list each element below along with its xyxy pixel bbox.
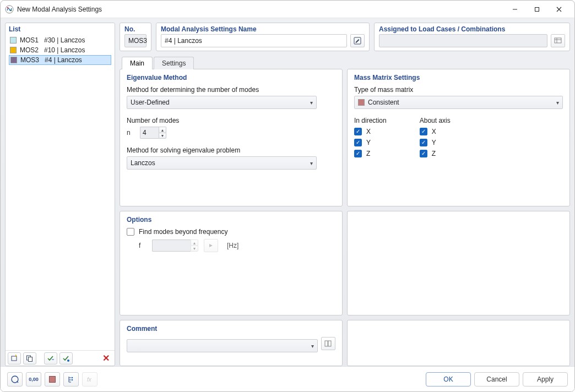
units-button[interactable]: 0,00 [26, 372, 41, 386]
num-modes-label: Number of modes [127, 117, 335, 124]
list-item-desc: #4 | Lanczos [45, 56, 82, 64]
function-button: fx [82, 372, 97, 386]
axis-x-checkbox[interactable] [420, 128, 427, 135]
svg-rect-10 [325, 341, 328, 346]
dir-y-checkbox[interactable] [354, 139, 362, 146]
num-modes-symbol: n [127, 129, 134, 137]
empty-section-2 [347, 320, 570, 366]
color-swatch [10, 37, 17, 43]
comment-title: Comment [127, 325, 335, 333]
list-item[interactable]: MOS3 #4 | Lanczos [9, 55, 111, 65]
minimize-button[interactable] [504, 2, 526, 17]
freq-symbol: f [139, 242, 147, 249]
axis-y-label: Y [432, 139, 436, 146]
list-item[interactable]: MOS2 #10 | Lanczos [9, 45, 111, 55]
dir-z-checkbox[interactable] [354, 150, 362, 157]
tabstrip: Main Settings [120, 55, 570, 69]
mass-title: Mass Matrix Settings [354, 74, 563, 81]
list-title: List [9, 25, 111, 33]
solver-label: Method for solving eigenvalue problem [127, 146, 335, 154]
list-item-desc: #30 | Lanczos [44, 36, 85, 44]
comment-section: Comment ▾ [120, 320, 343, 366]
options-section: Options Find modes beyond frequency f ▲ [120, 211, 343, 315]
svg-point-2 [10, 9, 12, 11]
help-button[interactable] [7, 372, 23, 386]
tab-body: Eigenvalue Method Method for determining… [120, 69, 570, 366]
axis-label: About axis [420, 117, 451, 124]
freq-unit: [Hz] [227, 242, 238, 249]
titlebar: New Modal Analysis Settings [1, 1, 574, 18]
num-modes-spinner[interactable]: ▲ ▼ [140, 127, 166, 139]
name-input[interactable] [161, 34, 347, 47]
window-title: New Modal Analysis Settings [17, 6, 504, 13]
tree-button[interactable] [63, 372, 79, 386]
freq-spinner: ▲ ▼ [152, 239, 198, 252]
eigenvalue-title: Eigenvalue Method [127, 74, 335, 81]
mass-matrix-section: Mass Matrix Settings Type of mass matrix… [347, 69, 570, 206]
list-panel: List MOS1 #30 | Lanczos MOS2 #10 | Lancz… [5, 23, 115, 366]
chevron-down-icon: ▾ [310, 100, 313, 106]
spin-up-icon: ▲ [191, 239, 198, 246]
comment-combo[interactable]: ▾ [127, 339, 318, 352]
method-count-label: Method for determining the number of mod… [127, 86, 335, 94]
solver-combo[interactable]: Lanczos ▾ [127, 156, 317, 170]
mass-type-value: Consistent [368, 99, 399, 106]
method-count-combo[interactable]: User-Defined ▾ [127, 96, 317, 109]
axis-x-label: X [432, 128, 436, 135]
maximize-button[interactable] [526, 2, 548, 17]
cancel-button[interactable]: Cancel [474, 372, 519, 386]
new-item-button[interactable] [8, 352, 21, 364]
method-count-value: User-Defined [131, 99, 170, 106]
tabs-container: Main Settings Eigenvalue Method Method f… [120, 55, 570, 366]
assigned-details-button[interactable] [551, 34, 565, 47]
axis-z-checkbox[interactable] [420, 150, 427, 157]
freq-pick-button [204, 239, 218, 252]
svg-point-14 [72, 379, 73, 380]
options-title: Options [127, 216, 335, 224]
freq-input [152, 239, 191, 252]
svg-point-13 [72, 377, 73, 378]
ok-button[interactable]: OK [426, 372, 471, 386]
spin-down-icon: ▼ [191, 246, 198, 252]
delete-item-button[interactable]: ✕ [99, 352, 112, 364]
dir-x-checkbox[interactable] [354, 128, 362, 135]
color-swatch [10, 57, 17, 63]
no-label: No. [120, 23, 151, 34]
beyond-freq-label: Find modes beyond frequency [139, 228, 227, 236]
chevron-down-icon: ▾ [311, 343, 314, 349]
svg-rect-9 [555, 38, 561, 43]
dialog-content: List MOS1 #30 | Lanczos MOS2 #10 | Lancz… [1, 18, 574, 366]
dir-z-label: Z [366, 150, 370, 157]
copy-item-button[interactable] [23, 352, 36, 364]
spin-up-icon[interactable]: ▲ [159, 127, 166, 133]
svg-point-7 [67, 360, 69, 362]
close-button[interactable] [548, 2, 570, 17]
spin-down-icon[interactable]: ▼ [159, 133, 166, 139]
comment-library-button[interactable] [321, 337, 335, 350]
num-modes-input[interactable] [140, 127, 159, 139]
check-button-2[interactable] [59, 352, 73, 364]
tab-settings[interactable]: Settings [154, 57, 194, 69]
tab-main[interactable]: Main [122, 57, 153, 69]
axis-y-checkbox[interactable] [420, 139, 427, 146]
apply-button[interactable]: Apply [523, 372, 568, 386]
beyond-freq-checkbox[interactable] [127, 228, 134, 236]
list-item-id: MOS2 [20, 46, 41, 54]
color-button[interactable] [45, 372, 60, 386]
name-panel: Modal Analysis Settings Name [156, 23, 370, 51]
list-item-id: MOS1 [20, 36, 41, 44]
empty-section [347, 211, 570, 315]
name-label: Modal Analysis Settings Name [156, 23, 369, 34]
mass-type-combo[interactable]: Consistent ▾ [354, 96, 563, 109]
assigned-panel: Assigned to Load Cases / Combinations [374, 23, 570, 51]
check-button-1[interactable] [44, 352, 57, 364]
list-item[interactable]: MOS1 #30 | Lanczos [9, 35, 111, 45]
footer: 0,00 fx OK Cancel Apply [1, 366, 574, 391]
svg-rect-6 [29, 357, 32, 361]
mass-type-label: Type of mass matrix [354, 86, 563, 94]
axis-z-label: Z [432, 150, 436, 157]
assigned-label: Assigned to Load Cases / Combinations [375, 23, 569, 34]
edit-name-button[interactable] [350, 34, 365, 47]
color-swatch [358, 99, 365, 106]
app-icon [5, 5, 14, 14]
